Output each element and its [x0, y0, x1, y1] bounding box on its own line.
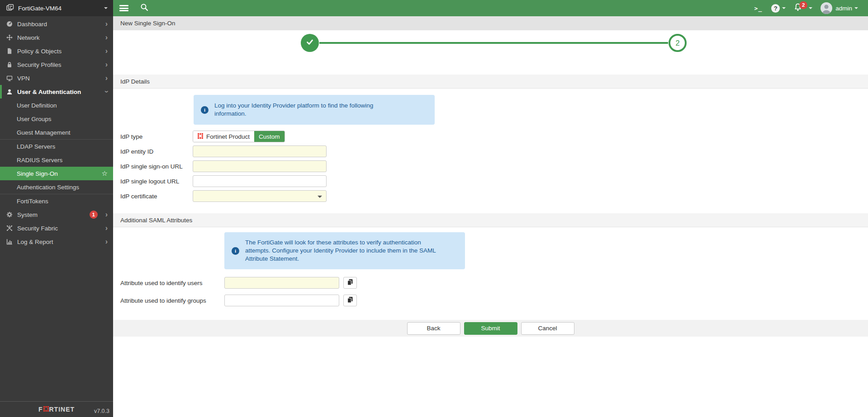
topbar: >_ ? 2 admin	[113, 0, 868, 16]
sidebar-item-radius-servers[interactable]: RADIUS Servers	[0, 153, 113, 167]
sidebar-item-fortitokens[interactable]: FortiTokens	[0, 194, 113, 208]
alert-count-badge: 1	[90, 211, 98, 219]
idp-entity-id-input[interactable]	[193, 145, 327, 157]
idp-sso-url-row: IdP single sign-on URL	[113, 160, 868, 172]
saml-attributes-section: i The FortiGate will look for these attr…	[113, 227, 868, 306]
chevron-down-icon	[318, 196, 322, 198]
sidebar-item-label: LDAP Servers	[17, 143, 55, 150]
network-icon	[6, 34, 13, 41]
back-button[interactable]: Back	[407, 322, 460, 335]
copy-icon	[347, 296, 353, 305]
notifications-menu[interactable]: 2	[794, 3, 812, 14]
sidebar-item-network[interactable]: Network ›	[0, 31, 113, 44]
fortinet-wordmark: F RTINET	[38, 406, 75, 413]
sidebar-item-label: Security Fabric	[17, 225, 58, 232]
fortigate-app: FortiGate-VM64 Dashboard › Network › Pol…	[0, 0, 868, 417]
sidebar-item-label: Guest Management	[17, 129, 71, 136]
user-icon	[6, 89, 13, 95]
sidebar-item-system[interactable]: System 1 ›	[0, 208, 113, 221]
page-title: New Single Sign-On	[113, 16, 868, 30]
menu-icon[interactable]	[119, 5, 128, 11]
device-selector[interactable]: FortiGate-VM64	[0, 0, 113, 16]
submit-button[interactable]: Submit	[464, 322, 517, 335]
wizard-step-2-current: 2	[669, 34, 687, 52]
sidebar-item-user-authentication[interactable]: User & Authentication ›	[0, 85, 113, 98]
sidebar-item-label: Policy & Objects	[17, 48, 62, 55]
section-header-idp-details: IdP Details	[113, 75, 868, 89]
idp-type-row: IdP type Fortinet Product Custom	[113, 131, 868, 142]
idp-type-option-fortinet-product[interactable]: Fortinet Product	[193, 131, 254, 142]
search-icon[interactable]	[140, 3, 148, 13]
sidebar-item-guest-management[interactable]: Guest Management	[0, 126, 113, 139]
firmware-version: v7.0.3	[94, 408, 109, 414]
idp-type-option-custom[interactable]: Custom	[254, 131, 285, 142]
chevron-down-icon	[809, 7, 812, 9]
chevron-down-icon	[782, 7, 786, 9]
check-icon	[305, 37, 314, 48]
copy-users-attribute-button[interactable]	[343, 277, 357, 289]
idp-certificate-select[interactable]	[193, 190, 327, 202]
main-content: New Single Sign-On 2 IdP Details i Log i…	[113, 16, 868, 417]
copy-icon	[347, 279, 353, 287]
favorite-star-icon[interactable]: ☆	[102, 169, 108, 178]
hostname: FortiGate-VM64	[18, 5, 100, 12]
sidebar-item-label: Network	[17, 34, 40, 41]
info-icon: i	[201, 106, 209, 114]
sidebar-item-label: User & Authentication	[17, 89, 81, 95]
field-label: Attribute used to identify groups	[120, 297, 224, 304]
field-label: IdP type	[120, 133, 193, 140]
chevron-down-icon: ›	[103, 90, 110, 93]
sidebar-item-label: Dashboard	[17, 21, 47, 28]
copy-groups-attribute-button[interactable]	[343, 295, 357, 306]
sidebar-item-label: System	[17, 211, 38, 218]
sidebar-item-security-profiles[interactable]: Security Profiles ›	[0, 58, 113, 71]
wizard: 2	[113, 30, 868, 75]
sidebar-item-label: Security Profiles	[17, 61, 62, 68]
idp-details-section: i Log into your Identity Provider platfo…	[113, 89, 868, 202]
option-label: Fortinet Product	[206, 133, 250, 140]
sidebar-item-label: RADIUS Servers	[17, 157, 62, 164]
idp-slo-url-input[interactable]	[193, 175, 327, 187]
sidebar-item-label: Single Sign-On	[17, 170, 58, 177]
sidebar-item-user-groups[interactable]: User Groups	[0, 112, 113, 126]
chevron-right-icon: ›	[105, 20, 108, 28]
idp-entity-id-row: IdP entity ID	[113, 145, 868, 157]
sidebar-item-policy-objects[interactable]: Policy & Objects ›	[0, 44, 113, 58]
attribute-users-row: Attribute used to identify users	[113, 277, 868, 289]
field-label: Attribute used to identify users	[120, 280, 224, 286]
help-menu[interactable]: ?	[771, 4, 786, 13]
dashboard-icon	[6, 21, 13, 27]
admin-username: admin	[835, 5, 852, 12]
admin-menu[interactable]: admin	[821, 2, 858, 14]
chevron-down-icon	[854, 7, 858, 9]
cancel-button[interactable]: Cancel	[521, 322, 574, 335]
cli-console-icon[interactable]: >_	[754, 5, 763, 12]
info-text: Log into your Identity Provider platform…	[214, 102, 401, 118]
sidebar-item-user-definition[interactable]: User Definition	[0, 98, 113, 112]
idp-sso-url-input[interactable]	[193, 160, 327, 172]
sidebar-item-ldap-servers[interactable]: LDAP Servers	[0, 140, 113, 153]
sidebar-item-security-fabric[interactable]: Security Fabric ›	[0, 221, 113, 235]
wizard-step-1-complete	[301, 34, 319, 52]
attribute-users-input[interactable]	[224, 277, 339, 289]
sidebar-item-log-report[interactable]: Log & Report ›	[0, 235, 113, 248]
fabric-icon	[6, 225, 13, 231]
chevron-right-icon: ›	[105, 211, 108, 218]
sidebar-item-dashboard[interactable]: Dashboard ›	[0, 17, 113, 31]
sidebar-item-single-sign-on[interactable]: Single Sign-On ☆	[0, 167, 113, 180]
fortinet-grid-icon	[198, 133, 203, 140]
chevron-right-icon: ›	[105, 75, 108, 82]
chevron-right-icon: ›	[105, 34, 108, 41]
field-label: IdP certificate	[120, 193, 193, 200]
info-box-idp: i Log into your Identity Provider platfo…	[194, 95, 435, 125]
idp-slo-url-row: IdP single logout URL	[113, 175, 868, 187]
attribute-groups-input[interactable]	[224, 295, 339, 306]
avatar	[821, 2, 832, 14]
sidebar-footer: F RTINET v7.0.3	[0, 401, 113, 417]
field-label: IdP single sign-on URL	[120, 163, 193, 170]
sidebar-item-authentication-settings[interactable]: Authentication Settings	[0, 180, 113, 194]
lock-icon	[6, 61, 13, 68]
brand-letter: F	[38, 406, 43, 413]
sidebar-item-vpn[interactable]: VPN ›	[0, 71, 113, 85]
attribute-groups-row: Attribute used to identify groups	[113, 295, 868, 306]
